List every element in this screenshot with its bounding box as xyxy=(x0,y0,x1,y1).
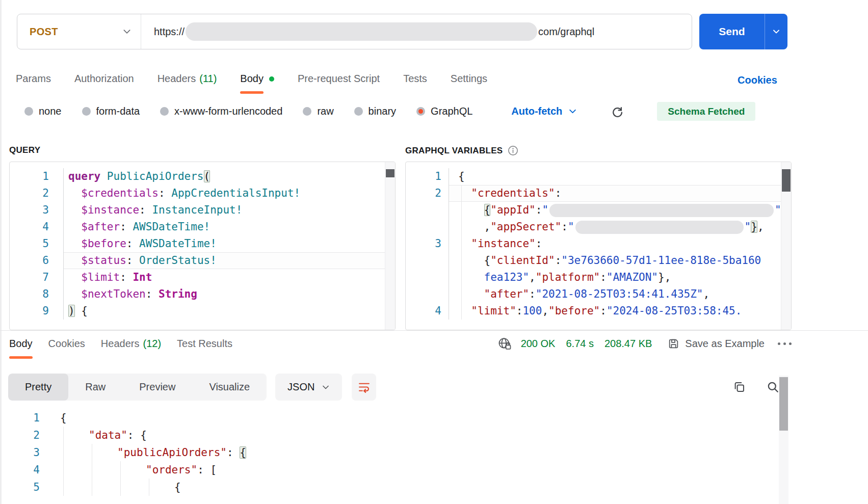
code-line: 8 $nextToken: String xyxy=(10,286,385,303)
query-scrollbar[interactable] xyxy=(385,162,395,330)
scrollbar-thumb[interactable] xyxy=(779,377,788,431)
graphql-variables-editor[interactable]: 1{2 "credentials": {"appId":"" ,"appSecr… xyxy=(405,162,792,330)
radio-selected-icon[interactable] xyxy=(416,107,425,116)
body-mode-x-www-form-urlencoded[interactable]: x-www-form-urlencoded xyxy=(160,105,282,117)
tab-pre-request-script[interactable]: Pre-request Script xyxy=(298,73,380,93)
code-line: ,"appSecret":""}, xyxy=(406,219,781,235)
body-mode-none[interactable]: none xyxy=(24,105,62,117)
send-label[interactable]: Send xyxy=(699,14,765,49)
response-body-viewer[interactable]: 1{2"data": {3"publicApiOrders": {4"order… xyxy=(0,409,868,504)
view-raw[interactable]: Raw xyxy=(68,374,122,401)
radio-icon[interactable] xyxy=(303,107,311,116)
mode-label: binary xyxy=(369,105,396,117)
response-time[interactable]: 6.74 s xyxy=(566,338,593,350)
code-line: 1query PublicApiOrders( xyxy=(10,168,385,185)
body-mode-form-data[interactable]: form-data xyxy=(82,105,140,117)
line-number: 3 xyxy=(0,444,51,461)
tab-label: Tests xyxy=(403,73,427,85)
copy-icon[interactable] xyxy=(732,380,746,394)
response-header: BodyCookiesHeaders(12)Test Results 200 O… xyxy=(0,330,868,362)
indent-guide xyxy=(461,269,462,286)
body-filled-dot-icon xyxy=(269,76,274,82)
wrap-lines-icon[interactable] xyxy=(352,374,376,401)
body-mode-raw[interactable]: raw xyxy=(303,105,333,117)
line-number: 2 xyxy=(10,185,64,202)
language-select[interactable]: JSON xyxy=(275,374,342,401)
radio-icon[interactable] xyxy=(160,107,169,116)
view-visualize[interactable]: Visualize xyxy=(192,374,267,401)
view-pretty[interactable]: Pretty xyxy=(8,374,68,401)
code-line: 5{ xyxy=(0,479,868,496)
body-mode-graphql[interactable]: GraphQL xyxy=(416,105,472,117)
tab-body[interactable]: Body xyxy=(9,338,33,359)
code-line: 4"orders": [ xyxy=(0,461,868,479)
line-content: "instance": xyxy=(449,235,781,252)
tab-headers[interactable]: Headers(12) xyxy=(101,338,161,359)
line-content: query PublicApiOrders( xyxy=(64,168,385,185)
body-mode-binary[interactable]: binary xyxy=(354,105,396,117)
method-select[interactable]: POST xyxy=(17,26,141,38)
response-scrollbar[interactable] xyxy=(779,376,788,504)
cookies-link[interactable]: Cookies xyxy=(738,74,777,86)
more-options-icon[interactable] xyxy=(778,342,792,345)
tab-label: Cookies xyxy=(48,338,85,350)
refresh-schema-icon[interactable] xyxy=(611,105,623,118)
chevron-down-icon xyxy=(322,383,330,391)
save-as-example-button[interactable]: Save as Example xyxy=(685,338,765,350)
scrollbar-thumb[interactable] xyxy=(386,169,394,177)
line-number: 6 xyxy=(10,252,64,269)
tab-label: Headers xyxy=(157,73,196,85)
tab-body[interactable]: Body xyxy=(240,73,274,93)
body-mode-row: noneform-datax-www-form-urlencodedrawbin… xyxy=(24,102,755,121)
tab-label: Params xyxy=(16,73,51,85)
indent-guide xyxy=(92,461,92,479)
radio-icon[interactable] xyxy=(82,107,91,116)
scrollbar-thumb[interactable] xyxy=(782,169,791,192)
tab-cookies[interactable]: Cookies xyxy=(48,338,85,359)
code-line: 7 $limit: Int xyxy=(10,269,385,286)
line-number xyxy=(406,252,449,269)
postman-window: POST https:// com/graphql Send ParamsAut… xyxy=(0,0,868,504)
code-line: 3 $instance: InstanceInput! xyxy=(10,202,385,219)
radio-icon[interactable] xyxy=(354,107,363,116)
response-toolbar: PrettyRawPreviewVisualize JSON xyxy=(8,374,376,401)
tab-test-results[interactable]: Test Results xyxy=(177,338,232,359)
tab-authorization[interactable]: Authorization xyxy=(74,73,134,93)
code-line: 2 $credentials: AppCredentialsInput! xyxy=(10,185,385,202)
line-content: "after":"2021-08-25T03:54:41.435Z", xyxy=(449,286,781,303)
radio-icon[interactable] xyxy=(24,107,33,116)
code-line: 4 $after: AWSDateTime! xyxy=(10,219,385,235)
tab-tests[interactable]: Tests xyxy=(403,73,427,93)
code-line: 5 $before: AWSDateTime! xyxy=(10,235,385,252)
autofetch-label: Auto-fetch xyxy=(511,105,562,117)
line-number: 4 xyxy=(10,219,64,235)
tab-headers[interactable]: Headers(11) xyxy=(157,73,217,93)
response-tabs: BodyCookiesHeaders(12)Test Results xyxy=(9,338,232,359)
language-label: JSON xyxy=(287,381,314,393)
line-number: 1 xyxy=(0,409,51,427)
autofetch-dropdown[interactable]: Auto-fetch xyxy=(511,105,577,117)
line-number: 4 xyxy=(0,461,51,479)
line-number: 3 xyxy=(10,202,64,219)
method-label: POST xyxy=(30,26,58,38)
indent-guide xyxy=(92,444,92,461)
url-input[interactable]: https:// com/graphql xyxy=(154,22,594,41)
network-globe-lock-icon[interactable] xyxy=(497,337,513,351)
response-size[interactable]: 208.47 KB xyxy=(604,338,652,350)
search-icon[interactable] xyxy=(766,380,780,394)
view-preview[interactable]: Preview xyxy=(122,374,192,401)
save-icon[interactable] xyxy=(667,337,680,350)
status-badge[interactable]: 200 OK xyxy=(521,338,556,350)
code-line: 1{ xyxy=(0,409,868,427)
line-content: {"appId":"" xyxy=(449,202,781,219)
send-button[interactable]: Send xyxy=(699,14,787,49)
url-redacted xyxy=(186,22,537,41)
info-icon[interactable] xyxy=(508,145,518,156)
tab-params[interactable]: Params xyxy=(16,73,51,93)
mode-label: raw xyxy=(317,105,333,117)
send-options-button[interactable] xyxy=(765,14,787,49)
graphql-query-editor[interactable]: 1query PublicApiOrders(2 $credentials: A… xyxy=(9,162,396,330)
line-content: "credentials": xyxy=(449,185,781,202)
tab-settings[interactable]: Settings xyxy=(451,73,487,93)
variables-scrollbar[interactable] xyxy=(781,162,791,330)
